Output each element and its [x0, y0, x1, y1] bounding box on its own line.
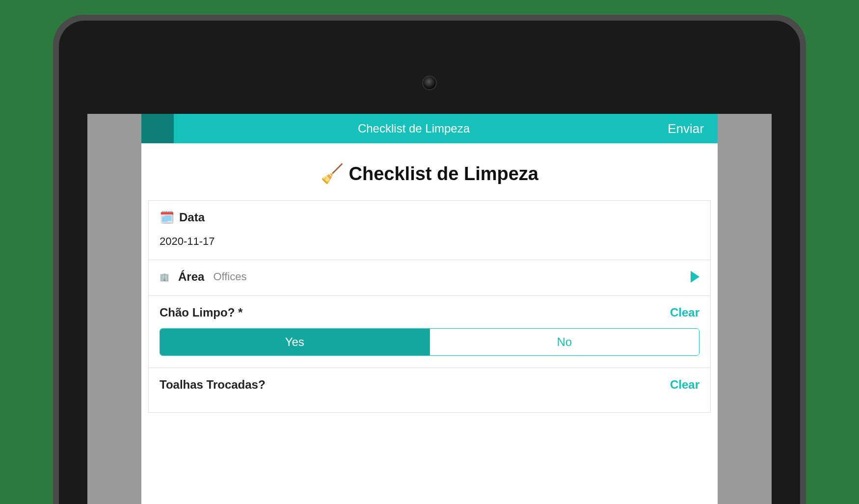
page-title: 🧹 Checklist de Limpeza	[148, 143, 711, 200]
form-card: 🗓️ Data 2020-11-17 🏢 Área Offices	[148, 200, 711, 413]
tablet-frame-inner: Checklist de Limpeza Enviar 🧹 Checklist …	[59, 21, 800, 504]
submit-button[interactable]: Enviar	[654, 114, 718, 143]
calendar-icon: 🗓️	[160, 211, 174, 224]
header-title: Checklist de Limpeza	[174, 114, 654, 143]
camera-icon	[422, 76, 437, 90]
question-1-toggle: Yes No	[160, 328, 699, 356]
question-1-section: Chão Limpo? * Clear Yes No	[149, 296, 710, 368]
question-1-yes-button[interactable]: Yes	[160, 329, 430, 355]
date-value[interactable]: 2020-11-17	[160, 235, 699, 248]
tablet-frame-outer: Checklist de Limpeza Enviar 🧹 Checklist …	[53, 15, 806, 504]
building-icon: 🏢	[160, 272, 169, 282]
chevron-right-icon	[691, 271, 699, 283]
area-label: Área	[178, 270, 204, 284]
app-container: Checklist de Limpeza Enviar 🧹 Checklist …	[141, 114, 718, 504]
date-section: 🗓️ Data 2020-11-17	[149, 201, 710, 260]
question-2-clear-button[interactable]: Clear	[670, 378, 699, 392]
tablet-screen: Checklist de Limpeza Enviar 🧹 Checklist …	[87, 114, 772, 504]
date-label: Data	[179, 211, 205, 224]
question-1-no-button[interactable]: No	[430, 329, 699, 355]
question-1-title: Chão Limpo? *	[160, 306, 242, 319]
content-area: 🧹 Checklist de Limpeza 🗓️ Data 2020-11-1…	[141, 143, 718, 504]
date-label-row: 🗓️ Data	[160, 211, 699, 224]
area-value: Offices	[213, 270, 246, 283]
app-header: Checklist de Limpeza Enviar	[141, 114, 718, 143]
area-section[interactable]: 🏢 Área Offices	[149, 260, 710, 296]
header-left-accent	[141, 114, 174, 143]
question-2-section: Toalhas Trocadas? Clear	[149, 368, 710, 412]
question-2-title: Toalhas Trocadas?	[160, 378, 266, 392]
question-1-clear-button[interactable]: Clear	[670, 306, 699, 319]
